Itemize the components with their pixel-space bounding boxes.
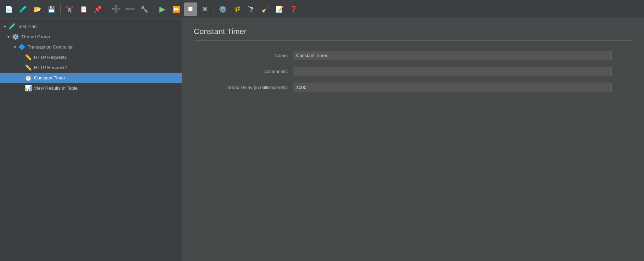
- tree-label-test-plan: Test Plan: [18, 24, 36, 29]
- thread-group-icon: ⚙️: [12, 33, 19, 40]
- toggle-transaction-controller: ▼: [13, 45, 17, 49]
- comments-input[interactable]: [293, 67, 612, 76]
- comments-label: Comments:: [194, 69, 293, 74]
- view-results-table-icon: 📊: [25, 85, 32, 91]
- detail-panel: Constant Timer Name: Comments: Thread De…: [182, 18, 644, 261]
- report-button[interactable]: 📝: [273, 2, 286, 16]
- detail-title: Constant Timer: [194, 27, 633, 41]
- thread-delay-label: Thread Delay (in milliseconds):: [194, 85, 293, 90]
- comments-row: Comments:: [194, 67, 633, 76]
- tree-panel: ▼ 🧪 Test Plan ▼ ⚙️ Thread Group ▼ 🔷 Tran…: [0, 18, 182, 261]
- sep3: [153, 4, 153, 15]
- jmeter-server-button[interactable]: ⚙️: [216, 2, 230, 16]
- thread-delay-input[interactable]: [293, 83, 612, 92]
- toggle-constant-timer: [19, 76, 23, 80]
- tree-item-http-request2[interactable]: ✏️ HTTP Request2: [0, 62, 182, 73]
- toggle-button[interactable]: 🔧: [137, 2, 151, 16]
- paste-button[interactable]: 📌: [91, 2, 104, 16]
- test-plan-icon: 🧪: [9, 23, 16, 30]
- copy-button[interactable]: 📋: [77, 2, 90, 16]
- shutdown-button[interactable]: ✖: [198, 2, 211, 16]
- properties-button[interactable]: 🌾: [230, 2, 244, 16]
- help-button[interactable]: ❓: [287, 2, 300, 16]
- tree-item-transaction-controller[interactable]: ▼ 🔷 Transaction Controller: [0, 42, 182, 52]
- toggle-test-plan: ▼: [3, 24, 7, 29]
- toggle-http-request2: [19, 66, 23, 70]
- tree-label-thread-group: Thread Group: [21, 34, 50, 39]
- stop-button[interactable]: ⏹: [184, 2, 197, 16]
- tree-label-transaction-controller: Transaction Controller: [28, 44, 73, 50]
- main-layout: ▼ 🧪 Test Plan ▼ ⚙️ Thread Group ▼ 🔷 Tran…: [0, 18, 644, 261]
- remove-button[interactable]: ➖: [123, 2, 137, 16]
- toggle-thread-group: ▼: [6, 35, 11, 39]
- add-button[interactable]: ➕: [109, 2, 123, 16]
- tree-item-constant-timer[interactable]: ⏱️ Constant Timer: [0, 73, 182, 83]
- templates-button[interactable]: 🧪: [16, 2, 30, 16]
- log-viewer-button[interactable]: 🔭: [244, 2, 258, 16]
- thread-delay-row: Thread Delay (in milliseconds):: [194, 83, 633, 92]
- start-no-pause-button[interactable]: ⏩: [170, 2, 183, 16]
- new-button[interactable]: 📄: [2, 2, 16, 16]
- constant-timer-icon: ⏱️: [25, 74, 32, 81]
- name-row: Name:: [194, 51, 633, 60]
- http-request1-icon: ✏️: [25, 54, 32, 61]
- transaction-controller-icon: 🔷: [18, 44, 26, 50]
- toggle-view-results-table: [19, 86, 23, 90]
- cut-button[interactable]: ✂️: [63, 2, 76, 16]
- toolbar: 📄 🧪 📂 💾 ✂️ 📋 📌 ➕ ➖ 🔧 ▶ ⏩ ⏹ ✖ ⚙️ 🌾 🔭 🧹 📝 …: [0, 0, 644, 18]
- open-button[interactable]: 📂: [30, 2, 44, 16]
- sep4: [214, 4, 214, 15]
- start-button[interactable]: ▶: [156, 2, 169, 16]
- http-request2-icon: ✏️: [25, 64, 32, 71]
- name-label: Name:: [194, 53, 293, 58]
- tree-item-test-plan[interactable]: ▼ 🧪 Test Plan: [0, 21, 182, 32]
- tree-label-view-results-table: View Results in Table: [34, 85, 78, 91]
- sep1: [60, 4, 61, 15]
- name-input[interactable]: [293, 51, 612, 60]
- tree-label-constant-timer: Constant Timer: [34, 75, 65, 80]
- clear-button[interactable]: 🧹: [259, 2, 272, 16]
- tree-label-http-request1: HTTP Request1: [34, 55, 67, 60]
- tree-item-view-results-table[interactable]: 📊 View Results in Table: [0, 83, 182, 93]
- tree-item-thread-group[interactable]: ▼ ⚙️ Thread Group: [0, 32, 182, 42]
- toggle-http-request1: [19, 55, 23, 60]
- sep2: [107, 4, 107, 15]
- tree-label-http-request2: HTTP Request2: [34, 65, 67, 70]
- tree-item-http-request1[interactable]: ✏️ HTTP Request1: [0, 52, 182, 62]
- save-button[interactable]: 💾: [45, 2, 58, 16]
